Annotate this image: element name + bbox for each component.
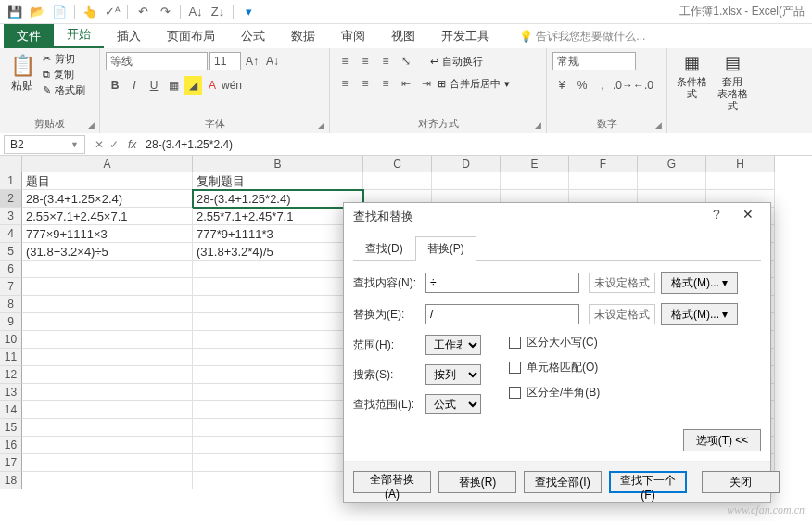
- cell[interactable]: [22, 278, 193, 296]
- cancel-formula-icon[interactable]: ✕: [95, 138, 104, 151]
- col-header-a[interactable]: A: [22, 156, 193, 172]
- cell[interactable]: [22, 313, 193, 331]
- cell[interactable]: [193, 454, 363, 472]
- row-header[interactable]: 1: [0, 172, 22, 190]
- open-icon[interactable]: 📂: [26, 2, 48, 22]
- number-format-combo[interactable]: [552, 52, 636, 70]
- tell-me-search[interactable]: 💡 告诉我您想要做什么...: [514, 25, 651, 48]
- cell[interactable]: [22, 437, 193, 454]
- percent-icon[interactable]: %: [573, 76, 591, 95]
- row-header[interactable]: 7: [0, 278, 22, 296]
- align-center-icon[interactable]: ≡: [356, 74, 374, 93]
- cell[interactable]: [22, 296, 193, 313]
- cell[interactable]: [193, 366, 363, 384]
- sort-desc-icon[interactable]: Z↓: [207, 2, 229, 22]
- cell[interactable]: [193, 349, 363, 366]
- cell[interactable]: [432, 172, 501, 190]
- cell[interactable]: [22, 260, 193, 278]
- number-dialog-launcher-icon[interactable]: ◢: [652, 118, 665, 131]
- clipboard-dialog-launcher-icon[interactable]: ◢: [84, 118, 97, 131]
- fill-color-button[interactable]: ◢: [184, 76, 202, 95]
- border-button[interactable]: ▦: [164, 76, 183, 95]
- replace-button[interactable]: 替换(R): [438, 471, 516, 493]
- cell[interactable]: 777×9+1111×3: [22, 225, 193, 243]
- name-box[interactable]: B2▼: [4, 135, 85, 154]
- alignment-dialog-launcher-icon[interactable]: ◢: [531, 118, 544, 131]
- col-header-f[interactable]: F: [569, 156, 638, 172]
- font-size-combo[interactable]: [209, 52, 241, 70]
- sort-asc-icon[interactable]: A↓: [184, 2, 207, 22]
- decrease-font-icon[interactable]: A↓: [263, 52, 282, 70]
- tab-home[interactable]: 开始: [54, 22, 104, 48]
- select-all-corner[interactable]: [0, 156, 22, 172]
- decrease-decimal-icon[interactable]: ←.0: [634, 76, 653, 95]
- cell[interactable]: [22, 366, 193, 384]
- align-top-icon[interactable]: ≡: [336, 52, 354, 70]
- tab-file[interactable]: 文件: [4, 24, 54, 48]
- cell[interactable]: [193, 384, 363, 401]
- tab-replace-dialog[interactable]: 替换(P): [415, 236, 476, 260]
- replace-format-button[interactable]: 格式(M)... ▾: [661, 303, 738, 325]
- cell[interactable]: [706, 172, 775, 190]
- cell[interactable]: [193, 331, 363, 349]
- formula-input[interactable]: 28-(3.4+1.25*2.4): [142, 138, 812, 151]
- cell[interactable]: [193, 296, 363, 313]
- tab-page-layout[interactable]: 页面布局: [154, 24, 228, 48]
- cell[interactable]: [22, 384, 193, 401]
- conditional-formatting-button[interactable]: ▦条件格式: [673, 54, 710, 112]
- row-header[interactable]: 9: [0, 313, 22, 331]
- cut-button[interactable]: ✂剪切: [43, 52, 85, 66]
- replace-with-input[interactable]: [425, 304, 579, 324]
- row-header[interactable]: 16: [0, 437, 22, 454]
- cell[interactable]: (31.8+3.2*4)/5: [193, 243, 363, 260]
- font-dialog-launcher-icon[interactable]: ◢: [314, 118, 327, 131]
- col-header-h[interactable]: H: [706, 156, 775, 172]
- comma-icon[interactable]: ,: [593, 76, 612, 95]
- cell[interactable]: [193, 260, 363, 278]
- cell[interactable]: 28-(3.4+1.25×2.4): [22, 190, 193, 208]
- currency-icon[interactable]: ¥: [552, 76, 571, 95]
- row-header[interactable]: 11: [0, 349, 22, 366]
- cell[interactable]: [363, 172, 432, 190]
- align-middle-icon[interactable]: ≡: [356, 52, 374, 70]
- cell[interactable]: [569, 172, 638, 190]
- cell[interactable]: [193, 419, 363, 437]
- row-header[interactable]: 14: [0, 401, 22, 419]
- row-header[interactable]: 15: [0, 419, 22, 437]
- search-select[interactable]: 按列: [425, 364, 481, 385]
- row-header[interactable]: 4: [0, 225, 22, 243]
- undo-icon[interactable]: ↶: [132, 2, 154, 22]
- touch-icon[interactable]: 👆: [79, 2, 101, 22]
- tab-review[interactable]: 审阅: [328, 24, 378, 48]
- save-icon[interactable]: 💾: [4, 2, 26, 22]
- bold-button[interactable]: B: [106, 76, 124, 95]
- cell[interactable]: [22, 331, 193, 349]
- row-header[interactable]: 17: [0, 454, 22, 472]
- align-bottom-icon[interactable]: ≡: [376, 52, 395, 70]
- cell[interactable]: 2.55*7.1+2.45*7.1: [193, 208, 363, 225]
- align-left-icon[interactable]: ≡: [336, 74, 354, 93]
- match-width-checkbox[interactable]: 区分全/半角(B): [509, 385, 600, 400]
- font-name-combo[interactable]: [106, 52, 208, 70]
- cell[interactable]: [22, 472, 193, 489]
- cell[interactable]: [193, 401, 363, 419]
- find-next-button[interactable]: 查找下一个(F): [609, 471, 687, 493]
- increase-decimal-icon[interactable]: .0→: [614, 76, 632, 95]
- row-header[interactable]: 10: [0, 331, 22, 349]
- spellcheck-icon[interactable]: ✓ᴬ: [101, 2, 123, 22]
- cell[interactable]: [193, 472, 363, 489]
- match-case-checkbox[interactable]: 区分大小写(C): [509, 335, 600, 350]
- close-icon[interactable]: ✕: [731, 207, 765, 225]
- italic-button[interactable]: I: [125, 76, 144, 95]
- scope-select[interactable]: 工作表: [425, 335, 481, 355]
- wrap-text-button[interactable]: ↩自动换行: [430, 55, 483, 69]
- col-header-e[interactable]: E: [501, 156, 569, 172]
- cell[interactable]: 复制题目: [193, 172, 363, 190]
- row-header[interactable]: 2: [0, 190, 22, 208]
- orientation-icon[interactable]: ⤡: [397, 52, 415, 70]
- tab-view[interactable]: 视图: [378, 24, 428, 48]
- cell[interactable]: [638, 172, 706, 190]
- tab-data[interactable]: 数据: [278, 24, 328, 48]
- increase-indent-icon[interactable]: ⇥: [417, 74, 436, 93]
- row-header[interactable]: 12: [0, 366, 22, 384]
